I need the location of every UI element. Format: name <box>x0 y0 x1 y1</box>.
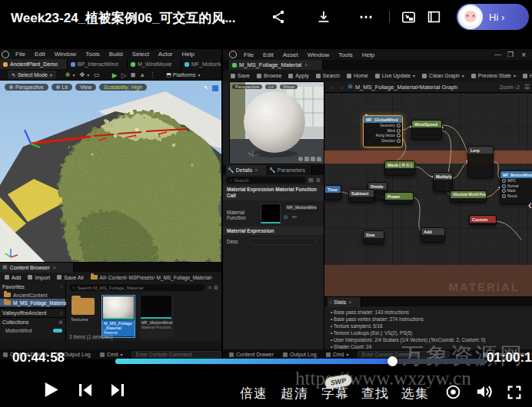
menu-edit[interactable]: Edit <box>32 51 48 58</box>
collections-add-icon[interactable]: ⊕ <box>58 319 63 326</box>
graph-menu-icon[interactable]: ☰ <box>524 84 530 91</box>
filter-icon[interactable]: ≡ <box>208 285 211 290</box>
desc-input[interactable] <box>250 238 316 245</box>
content-browser-tab[interactable]: ▦Content Browser× <box>0 263 74 273</box>
close-icon[interactable]: × <box>521 51 526 59</box>
graph-node[interactable]: Mask ( R G ) <box>384 160 415 176</box>
forward-icon[interactable]: → <box>337 84 344 91</box>
me-menu-window[interactable]: Window <box>305 51 331 58</box>
side-panel-icon[interactable] <box>424 7 444 27</box>
graph-hierarchy-icon[interactable]: ⊞ <box>348 84 353 90</box>
save-all-button[interactable]: Save All <box>57 275 83 280</box>
me-menu-file[interactable]: File <box>241 51 256 58</box>
graph-node-selected[interactable]: MF_GlobalWind Geometry Wind Along Vector… <box>363 115 403 147</box>
tab-level[interactable]: AncientPlant_Demo <box>0 59 68 69</box>
menu-search[interactable]: 查找 <box>361 385 389 402</box>
cinematics-icon[interactable]: ▭ <box>94 71 100 78</box>
graph-node[interactable]: Power <box>384 192 414 204</box>
restore-icon[interactable]: ❐ <box>507 51 514 58</box>
scalability-badge[interactable]: Scalability: High <box>99 84 147 91</box>
favorites-header[interactable]: Favorites <box>2 284 25 290</box>
transform-icon[interactable]: ✥ <box>80 71 90 78</box>
material-preview-viewport[interactable]: Perspective Lit Show <box>229 81 324 164</box>
menu-actor[interactable]: Actor <box>156 51 175 58</box>
me-menu-asset[interactable]: Asset <box>281 51 301 58</box>
search-button[interactable]: Search <box>316 73 340 78</box>
graph-node[interactable]: Lerp <box>467 146 494 178</box>
back-icon[interactable]: ← <box>328 84 334 91</box>
project-search-icon[interactable]: ○ <box>60 310 63 316</box>
browse-to-asset-icon[interactable]: ⊙ <box>284 214 288 220</box>
graph-node[interactable]: Custom <box>469 215 497 225</box>
details-filter-icon[interactable]: ▤ <box>308 177 314 184</box>
progress-thumb[interactable] <box>387 356 397 366</box>
parameters-tab[interactable]: 🔧Parameters <box>268 165 312 175</box>
fullscreen-icon[interactable] <box>506 384 523 404</box>
project-header[interactable]: ValleyoftheAncient <box>2 310 46 316</box>
asset-search-input[interactable]: Search M_MS_Foliage_Material <box>78 286 144 290</box>
share-icon[interactable] <box>268 7 288 27</box>
material-graph-canvas[interactable]: MATERIAL <box>324 93 532 296</box>
viewport-perspective-button[interactable]: Perspective <box>5 84 48 91</box>
graph-node[interactable]: Multiply <box>433 172 453 192</box>
foliage-mode-icon[interactable]: ❋ <box>65 71 75 78</box>
add-button[interactable]: Add <box>5 275 21 280</box>
details-section-function-call[interactable]: Material Expression Material Function Ca… <box>223 185 324 200</box>
preview-perspective-button[interactable]: Perspective <box>232 84 262 89</box>
stats-tab[interactable]: ○Stats× <box>328 297 361 307</box>
me-cmd-dropdown[interactable]: Cmd <box>326 352 349 357</box>
more-icon[interactable]: ⋯ <box>357 7 377 27</box>
viewport-cursor-icon[interactable]: ↖ <box>204 84 209 91</box>
details-tab[interactable]: 🔧Details× <box>226 165 268 175</box>
me-content-drawer-button[interactable]: Content Drawer <box>229 352 274 357</box>
play-button[interactable] <box>40 379 61 403</box>
asset-item-function[interactable]: MF_MotionWind Material Function <box>140 295 174 338</box>
asset-item-selected[interactable]: M_MS_Foliage_Material Material <box>101 295 135 338</box>
details-search-input[interactable]: Search <box>234 178 249 183</box>
graph-node[interactable]: Add <box>421 227 445 243</box>
download-icon[interactable] <box>314 7 334 27</box>
collection-motionwind[interactable]: MotionWind <box>0 326 65 334</box>
minimize-icon[interactable]: — <box>494 51 501 58</box>
play-options-icon[interactable]: ⋮ <box>149 71 155 78</box>
browse-button[interactable]: Browse <box>257 73 281 78</box>
palette-expand-chevron[interactable]: ‹ <box>528 198 532 212</box>
home-button[interactable]: Home <box>347 73 368 78</box>
me-menu-edit[interactable]: Edit <box>261 51 276 58</box>
use-selected-asset-icon[interactable]: ↩ <box>292 214 297 220</box>
clean-graph-button[interactable]: Clean Graph <box>422 73 464 78</box>
menu-select[interactable]: Select <box>130 51 151 58</box>
volume-icon[interactable] <box>474 382 494 405</box>
picture-in-picture-icon[interactable] <box>398 7 418 27</box>
graph-node[interactable]: Absolute World Position <box>450 190 487 203</box>
menu-file[interactable]: File <box>13 51 28 58</box>
menu-help[interactable]: Help <box>180 51 197 58</box>
preview-state-button[interactable]: Preview State <box>471 73 516 78</box>
record-target-icon[interactable] <box>444 383 462 404</box>
stop-button[interactable]: ◼ <box>131 71 136 78</box>
import-button[interactable]: Import <box>28 275 50 280</box>
graph-node[interactable]: Subtract <box>348 189 374 203</box>
eject-button[interactable]: ▲ <box>139 71 145 78</box>
preview-show-button[interactable]: Show <box>280 84 298 89</box>
graph-node[interactable]: Time <box>324 185 341 200</box>
viewport-snap-icon[interactable] <box>212 85 218 91</box>
details-section-expression[interactable]: Material Expression <box>223 227 324 235</box>
folder-row-selected[interactable]: M_MS_Foliage_Material <box>0 299 65 306</box>
console-input[interactable]: Enter Console Command <box>131 351 221 358</box>
hide-unrelated-button[interactable]: Hide Unrelated <box>523 73 532 78</box>
select-mode-dropdown[interactable]: ↖Select Mode <box>8 71 56 79</box>
me-menu-help[interactable]: Help <box>360 51 377 58</box>
me-menu-tools[interactable]: Tools <box>336 51 355 58</box>
viewport-lit-button[interactable]: Lit <box>52 84 72 91</box>
material-function-thumbnail[interactable] <box>261 204 281 223</box>
cmd-dropdown[interactable]: Cmd <box>100 352 123 357</box>
preview-shape-buttons[interactable] <box>297 157 321 161</box>
previous-episode-button[interactable] <box>76 381 95 402</box>
asset-folder-item[interactable]: Textures <box>71 296 97 330</box>
progress-bar[interactable] <box>115 359 486 364</box>
menu-window[interactable]: Window <box>52 51 78 58</box>
preview-lit-button[interactable]: Lit <box>265 84 276 89</box>
graph-node[interactable]: WindSpeed <box>411 120 442 140</box>
level-viewport[interactable]: Perspective Lit View Scalability: High ↖ <box>0 81 221 262</box>
